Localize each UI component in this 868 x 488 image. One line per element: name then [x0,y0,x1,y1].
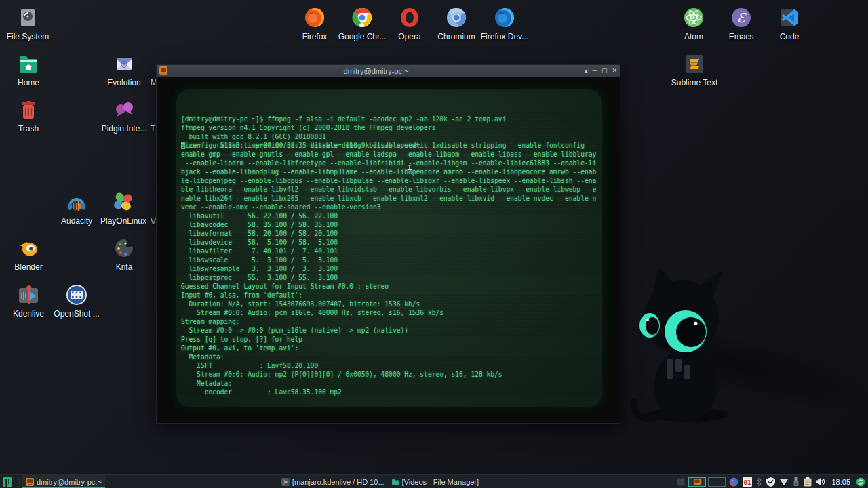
kdenlive-icon [18,284,39,306]
krita-icon [113,237,135,259]
launcher-label: Code [780,32,800,41]
network-signal-icon[interactable] [779,478,789,486]
shade-button[interactable]: ▴ [585,68,588,74]
task-kdenlive[interactable]: [manjaro.kdenlive / HD 10... [278,475,388,488]
show-desktop-button[interactable] [677,478,685,486]
system-tray: 01 [729,477,826,487]
desktop-icon-atom[interactable]: Atom [668,7,719,41]
desktop-icon-label: Evolution [107,78,140,87]
desktop-icon-label: Home [18,78,39,87]
desktop-icon-firefox[interactable]: Firefox [289,7,340,41]
launcher-label: Sublime Text [671,78,717,87]
desktop-icon-pidgin[interactable]: Pidgin Inte... [98,99,150,134]
desktop-icon-openshot[interactable]: OpenShot ... [51,284,102,319]
desktop-icon-kdenlive[interactable]: Kdenlive [3,284,54,319]
tray-app-blue-icon[interactable] [729,477,738,487]
desktop-icon-label: Trash [18,124,39,134]
firefox-icon [304,7,326,28]
launcher-label: Firefox Dev... [481,32,528,41]
task-label: [Videos - File Manager] [402,478,479,486]
desktop-icon-firefox-dev[interactable]: Firefox Dev... [479,7,530,41]
desktop-icon-label: PlayOnLinux [100,216,146,226]
terminal-window: dmitry@dmitry-pc:~ ▴ ─ ▢ ✕ [dmitry@dmitr… [156,64,620,424]
desktop: File System Home @ Evolution Trash Pidgi… [0,0,868,488]
cat-wallpaper-art [627,263,746,426]
crt-task-icon [26,478,34,486]
window-app-icon [159,65,167,77]
maximize-button[interactable]: ▢ [601,68,608,74]
terminal-content: [dmitry@dmitry-pc ~]$ ffmpeg -f alsa -i … [157,77,620,423]
folder-task-icon [391,478,399,486]
desktop-icon-chromium[interactable]: Chromium [431,7,482,41]
evolution-mail-icon: @ [113,53,135,75]
openshot-icon [66,284,87,306]
window-title: dmitry@dmitry-pc:~ [167,67,585,75]
launcher-label: Emacs [729,32,754,41]
chromium-icon [446,7,467,28]
security-shield-icon[interactable] [766,477,775,487]
desktop-icon-blender[interactable]: Blender [3,237,54,272]
atom-icon [683,7,705,28]
desktop-icon-label: Kdenlive [13,309,44,319]
vscode-icon [778,7,800,28]
minimize-button[interactable]: ─ [593,68,597,74]
calendar-tray-icon[interactable]: 01 [743,477,752,487]
task-terminal[interactable]: dmitry@dmitry-pc:~ [22,475,105,488]
emacs-icon: Ɛ [730,7,752,28]
app-menu-button[interactable] [0,475,15,488]
desktop-icon-sublime-text[interactable]: Sublime Text [669,53,720,87]
desktop-icon-playonlinux[interactable]: PlayOnLinux [98,191,149,226]
terminal-screen[interactable]: [dmitry@dmitry-pc ~]$ ffmpeg -f alsa -i … [176,89,602,407]
svg-text:@: @ [121,60,127,68]
launcher-label: Chromium [437,32,475,41]
desktop-icon-krita[interactable]: Krita [98,237,150,272]
kdenlive-task-icon [281,478,290,486]
desktop-icon-evolution[interactable]: @ Evolution [98,53,150,87]
desktop-icon-label: Blender [14,262,42,272]
partial-icon-label[interactable]: T [151,124,155,134]
launcher-label: Opera [398,32,420,41]
blender-icon [18,237,39,259]
manjaro-menu-icon [3,477,12,487]
desktop-icon-trash[interactable]: Trash [3,99,54,134]
taskbar-separator: ⋮ [16,479,21,485]
removable-media-icon[interactable] [793,477,800,487]
desktop-icon-opera[interactable]: Opera [384,7,435,41]
audacity-icon [66,191,87,213]
workspace-window-thumb [694,479,701,485]
terminal-status-text: ize= 518kB time=00:00:38.35 bitrate= 110… [185,142,439,149]
taskbar: ⋮ dmitry@dmitry-pc:~ [manjaro.kdenlive /… [0,474,868,488]
playonlinux-icon [113,191,134,213]
desktop-icon-label: File System [7,32,50,41]
terminal-output: [dmitry@dmitry-pc ~]$ ffmpeg -f alsa -i … [181,97,599,167]
launcher-label: Atom [684,32,703,41]
terminal-lines: [dmitry@dmitry-pc ~]$ ffmpeg -f alsa -i … [181,115,599,123]
crt-bezel: [dmitry@dmitry-pc ~]$ ffmpeg -f alsa -i … [167,81,611,415]
home-folder-icon [18,53,39,75]
task-label: [manjaro.kdenlive / HD 10... [292,478,384,486]
close-button[interactable]: ✕ [612,68,617,74]
volume-icon[interactable] [816,477,826,486]
desktop-icon-vscode[interactable]: Code [764,7,815,41]
task-label: dmitry@dmitry-pc:~ [37,478,102,486]
workspace-1[interactable] [688,477,706,487]
desktop-icon-home[interactable]: Home [3,53,54,87]
pidgin-chat-icon [113,99,135,121]
launcher-label: Firefox [302,32,328,41]
bluetooth-icon[interactable] [756,477,762,487]
chrome-icon [351,7,373,28]
task-file-manager[interactable]: [Videos - File Manager] [388,475,483,488]
workspace-pager[interactable] [688,477,726,487]
desktop-icon-google-chrome[interactable]: Google Chr... [336,7,388,41]
window-titlebar[interactable]: dmitry@dmitry-pc:~ ▴ ─ ▢ ✕ [157,65,620,77]
file-system-icon [17,7,39,28]
desktop-icon-emacs[interactable]: Ɛ Emacs [715,7,767,41]
desktop-icon-audacity[interactable]: Audacity [51,191,102,226]
desktop-icon-file-system[interactable]: File System [2,7,54,41]
clock[interactable]: 18:05 [831,478,850,486]
workspace-2[interactable] [708,477,726,487]
desktop-icon-label: Pidgin Inte... [102,124,147,134]
clipboard-manager-icon[interactable] [804,477,812,487]
update-notifier-icon[interactable] [856,477,865,487]
firefox-developer-icon [494,7,515,28]
